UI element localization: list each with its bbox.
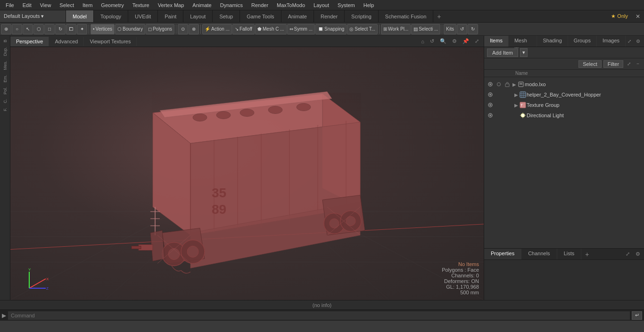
menu-texture[interactable]: Texture	[129, 1, 153, 9]
panel-tab-mesh[interactable]: Mesh ...	[509, 36, 537, 47]
tool-snapping[interactable]: 🔲Snapping	[315, 24, 347, 34]
tool-new[interactable]: ⊕	[1, 24, 11, 34]
visibility-root[interactable]	[486, 81, 495, 88]
menu-geometry[interactable]: Geometry	[97, 1, 127, 9]
visibility-texture[interactable]	[486, 102, 495, 108]
tool-kits[interactable]: Kits	[444, 24, 456, 34]
tab-schematic[interactable]: Schematic Fusion	[379, 10, 433, 22]
tool-action[interactable]: ⚡Action ...	[202, 24, 232, 34]
expand-icon[interactable]: ⤢	[625, 61, 633, 67]
bottom-tab-lists[interactable]: Lists	[557, 249, 582, 259]
tool-workplane[interactable]: ⊞Work Pl...	[381, 24, 411, 34]
bottom-expand-btn[interactable]: ⤢	[624, 250, 632, 258]
vp-ctrl-pin[interactable]: 📌	[461, 38, 471, 45]
bottom-tab-add[interactable]: +	[581, 249, 593, 259]
menu-view[interactable]: View	[36, 1, 55, 9]
tab-animate[interactable]: Animate	[281, 10, 314, 22]
vp-ctrl-settings[interactable]: ⚙	[450, 38, 459, 45]
tab-uvedit[interactable]: UVEdit	[128, 10, 158, 22]
vp-ctrl-expand[interactable]: ⤢	[473, 38, 481, 45]
vp-ctrl-zoom[interactable]: 🔍	[438, 38, 448, 45]
menu-maxtomodo[interactable]: MaxToModo	[273, 1, 309, 9]
tool-undo[interactable]: ↺	[457, 24, 467, 34]
panel-tab-shading[interactable]: Shading	[537, 36, 568, 47]
tool-transform[interactable]: ✦	[77, 24, 87, 34]
star-only[interactable]: ★ Only	[607, 11, 632, 21]
bottom-settings-btn[interactable]: ⚙	[634, 250, 642, 258]
tool-scale[interactable]: ⧠	[66, 24, 76, 34]
layout-settings[interactable]: ✕	[632, 11, 644, 22]
visibility-helper[interactable]	[486, 91, 495, 98]
menu-animate[interactable]: Animate	[189, 1, 215, 9]
tool-boundary[interactable]: ⬡Boundary	[115, 24, 145, 34]
lock-root[interactable]	[503, 81, 512, 87]
sidebar-item-b[interactable]: B	[3, 38, 8, 44]
menu-system[interactable]: System	[334, 1, 359, 9]
add-item-dropdown[interactable]: ▾	[520, 48, 528, 57]
vp-ctrl-rotate[interactable]: ↺	[428, 38, 436, 45]
vp-tab-advanced[interactable]: Advanced	[49, 37, 84, 46]
tool-rotate[interactable]: ↻	[55, 24, 66, 34]
tool-catmull[interactable]: ⊗	[189, 24, 199, 34]
vp-ctrl-home[interactable]: ⌂	[419, 38, 426, 45]
tab-model[interactable]: Model	[66, 10, 94, 22]
tool-select[interactable]: ↖	[23, 24, 33, 34]
sidebar-item-f[interactable]: F.	[3, 106, 8, 113]
tab-render[interactable]: Render	[314, 10, 345, 22]
tool-symmetry[interactable]: ⇔Symm ...	[287, 24, 315, 34]
menu-dynamics[interactable]: Dynamics	[216, 1, 247, 9]
menu-vertexmap[interactable]: Vertex Map	[154, 1, 188, 9]
menu-render[interactable]: Render	[248, 1, 272, 9]
bottom-tab-properties[interactable]: Properties	[484, 249, 521, 259]
add-item-button[interactable]: Add Item	[487, 49, 518, 57]
sidebar-item-em[interactable]: Em.	[3, 73, 8, 84]
tool-redo[interactable]: ↻	[468, 24, 478, 34]
sidebar-item-dup[interactable]: Dup.	[3, 45, 8, 58]
tab-topology[interactable]: Topology	[94, 10, 128, 22]
visibility-light[interactable]	[486, 112, 495, 119]
tab-layout[interactable]: Layout	[183, 10, 213, 22]
vp-tab-textures[interactable]: Viewport Textures	[84, 37, 137, 46]
panel-expand-btn[interactable]: ⤢	[626, 38, 633, 44]
tool-mesh-constraint[interactable]: ⬟Mesh C ...	[255, 24, 287, 34]
sidebar-item-c[interactable]: C.	[3, 97, 8, 105]
tool-subd[interactable]: ⊙	[178, 24, 188, 34]
vp-tab-perspective[interactable]: Perspective	[10, 37, 49, 46]
tab-paint[interactable]: Paint	[158, 10, 183, 22]
minus-icon[interactable]: −	[635, 61, 641, 67]
tool-selection-sets[interactable]: ▤Selecti ...	[411, 24, 440, 34]
tree-item-texture-group[interactable]: ▶ T Texture Group	[484, 100, 644, 110]
default-layouts-dropdown[interactable]: Default Layouts ▾	[0, 10, 66, 22]
panel-tab-images[interactable]: Images	[597, 36, 626, 47]
expand-helper[interactable]: ▶	[513, 92, 519, 97]
viewport[interactable]: 35 89	[10, 47, 484, 300]
tree-item-root[interactable]: ▶ modo.lxo	[484, 79, 644, 89]
tab-setup[interactable]: Setup	[213, 10, 240, 22]
command-arrow[interactable]: ▶	[2, 312, 6, 319]
sidebar-item-pol[interactable]: Pol.	[3, 85, 8, 97]
menu-item[interactable]: Item	[79, 1, 96, 9]
command-run-button[interactable]: ↵	[632, 311, 642, 320]
expand-texture[interactable]: ▶	[513, 103, 519, 108]
sidebar-item-mes[interactable]: Mes.	[3, 59, 8, 72]
tool-circle[interactable]: ○	[12, 24, 22, 34]
tool-move[interactable]: □	[44, 24, 55, 34]
menu-layout[interactable]: Layout	[310, 1, 333, 9]
panel-tab-items[interactable]: Items	[484, 36, 509, 47]
panel-tab-groups[interactable]: Groups	[568, 36, 597, 47]
tool-lasso[interactable]: ⬡	[33, 24, 44, 34]
tool-polygons[interactable]: ◻Polygons	[146, 24, 174, 34]
tree-item-helper[interactable]: ▶ helper_2_Bay_Covered_Hopper	[484, 89, 644, 100]
menu-file[interactable]: File	[2, 1, 18, 9]
filter-button[interactable]: Filter	[603, 60, 623, 68]
menu-select[interactable]: Select	[56, 1, 78, 9]
menu-edit[interactable]: Edit	[19, 1, 35, 9]
panel-settings-btn[interactable]: ⚙	[634, 38, 642, 44]
tool-vertices[interactable]: •Vertices	[91, 24, 115, 34]
tab-gametools[interactable]: Game Tools	[240, 10, 281, 22]
tool-falloff[interactable]: ↘Falloff	[232, 24, 255, 34]
tree-item-light[interactable]: ▶ Directional Light	[484, 110, 644, 121]
bottom-tab-channels[interactable]: Channels	[521, 249, 557, 259]
menu-help[interactable]: Help	[360, 1, 378, 9]
command-input[interactable]	[8, 311, 630, 320]
